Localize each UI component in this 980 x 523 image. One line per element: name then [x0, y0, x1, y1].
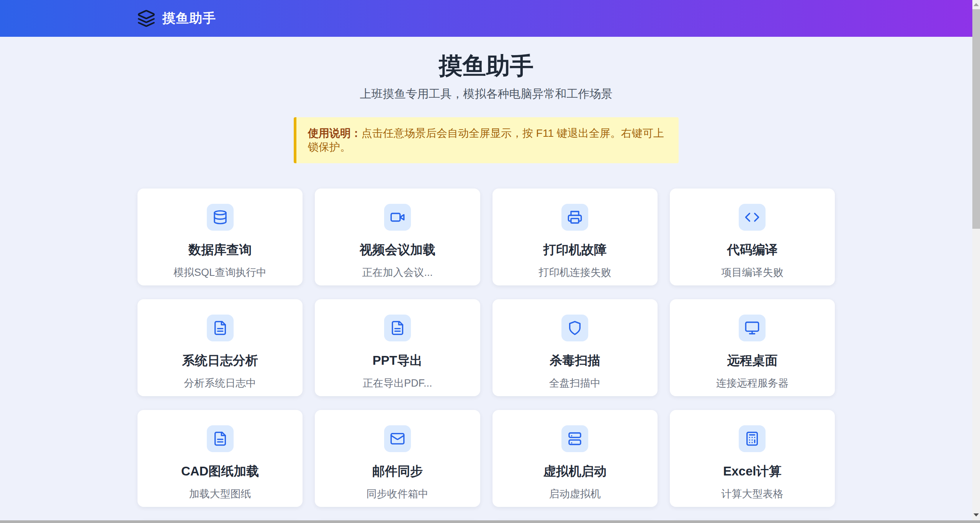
server-icon: [567, 431, 582, 446]
arrow-down-icon: [973, 513, 979, 516]
usage-notice-label: 使用说明：: [308, 127, 362, 139]
file-text-icon: [390, 320, 405, 336]
layers-icon: [137, 9, 155, 28]
card-subtitle: 正在导出PDF...: [315, 376, 480, 390]
bottom-edge-strip: [0, 520, 980, 523]
shield-icon: [567, 320, 582, 336]
usage-notice: 使用说明：点击任意场景后会自动全屏显示，按 F11 键退出全屏。右键可上锁保护。: [294, 117, 679, 163]
card-subtitle: 连接远程服务器: [670, 376, 835, 390]
page-content: 摸鱼助手 上班摸鱼专用工具，模拟各种电脑异常和工作场景 使用说明：点击任意场景后…: [0, 52, 972, 523]
card-title: 视频会议加载: [315, 241, 480, 259]
card-subtitle: 同步收件箱中: [315, 487, 480, 501]
card-subtitle: 项目编译失败: [670, 266, 835, 279]
card-cad-loading[interactable]: CAD图纸加载 加载大型图纸: [137, 410, 303, 507]
page-title: 摸鱼助手: [0, 52, 972, 79]
card-title: 远程桌面: [670, 352, 835, 369]
card-title: 杀毒扫描: [492, 352, 658, 369]
card-printer-failure[interactable]: 打印机故障 打印机连接失败: [492, 189, 658, 285]
card-subtitle: 加载大型图纸: [137, 487, 303, 501]
scrollbar-thumb[interactable]: [972, 9, 980, 229]
card-title: PPT导出: [315, 352, 480, 369]
card-title: 代码编译: [670, 241, 835, 259]
card-title: 系统日志分析: [137, 352, 303, 369]
monitor-icon: [744, 320, 760, 336]
file-text-icon: [213, 431, 228, 446]
usage-notice-text: 点击任意场景后会自动全屏显示，按 F11 键退出全屏。右键可上锁保护。: [308, 127, 664, 153]
card-title: 打印机故障: [492, 241, 658, 259]
card-subtitle: 分析系统日志中: [137, 376, 303, 390]
card-title: 邮件同步: [315, 463, 480, 480]
brand: 摸鱼助手: [137, 9, 216, 28]
card-remote-desktop[interactable]: 远程桌面 连接远程服务器: [670, 299, 835, 396]
card-title: CAD图纸加载: [137, 463, 303, 480]
card-vm-start[interactable]: 虚拟机启动 启动虚拟机: [492, 410, 658, 507]
card-title: 数据库查询: [137, 241, 303, 259]
scrollbar-up-button[interactable]: [972, 0, 980, 9]
calculator-icon: [744, 431, 760, 446]
card-title: 虚拟机启动: [492, 463, 658, 480]
mail-icon: [390, 431, 405, 446]
card-subtitle: 模拟SQL查询执行中: [137, 266, 303, 279]
card-ppt-export[interactable]: PPT导出 正在导出PDF...: [315, 299, 480, 396]
page-subtitle: 上班摸鱼专用工具，模拟各种电脑异常和工作场景: [0, 86, 972, 102]
card-subtitle: 正在加入会议...: [315, 266, 480, 279]
card-subtitle: 启动虚拟机: [492, 487, 658, 501]
card-code-compile[interactable]: 代码编译 项目编译失败: [670, 189, 835, 285]
card-excel-calc[interactable]: Excel计算 计算大型表格: [670, 410, 835, 507]
card-subtitle: 全盘扫描中: [492, 376, 658, 390]
arrow-up-icon: [973, 3, 979, 6]
file-text-icon: [213, 320, 228, 336]
card-antivirus-scan[interactable]: 杀毒扫描 全盘扫描中: [492, 299, 658, 396]
card-database-query[interactable]: 数据库查询 模拟SQL查询执行中: [137, 189, 303, 285]
card-subtitle: 打印机连接失败: [492, 266, 658, 279]
card-subtitle: 计算大型表格: [670, 487, 835, 501]
vertical-scrollbar[interactable]: [972, 0, 980, 523]
card-system-log[interactable]: 系统日志分析 分析系统日志中: [137, 299, 303, 396]
card-title: Excel计算: [670, 463, 835, 480]
card-video-meeting[interactable]: 视频会议加载 正在加入会议...: [315, 189, 480, 285]
app-header: 摸鱼助手: [0, 0, 980, 37]
printer-icon: [567, 210, 582, 225]
brand-title: 摸鱼助手: [162, 10, 216, 27]
code-icon: [744, 210, 760, 225]
database-icon: [213, 210, 228, 225]
video-camera-icon: [390, 210, 405, 225]
card-mail-sync[interactable]: 邮件同步 同步收件箱中: [315, 410, 480, 507]
scenario-grid: 数据库查询 模拟SQL查询执行中 视频会议加载 正在加入会议... 打: [137, 189, 835, 523]
scrollbar-down-button[interactable]: [972, 510, 980, 520]
